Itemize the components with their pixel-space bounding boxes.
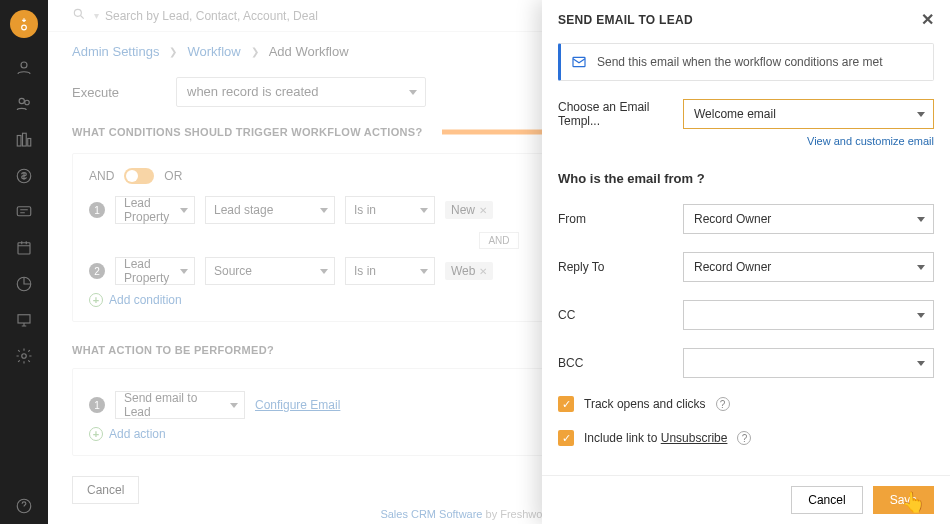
and-label: AND <box>89 169 114 183</box>
left-nav-rail <box>0 0 48 524</box>
row-number: 2 <box>89 263 105 279</box>
chevron-right-icon: ❯ <box>169 46 177 57</box>
track-label: Track opens and clicks <box>584 397 706 411</box>
drawer-cancel-button[interactable]: Cancel <box>791 486 862 514</box>
help-icon[interactable] <box>0 488 48 524</box>
svg-point-0 <box>21 62 27 68</box>
drawer-save-button[interactable]: Save <box>873 486 934 514</box>
field-select[interactable]: Lead stage <box>205 196 335 224</box>
global-search-input[interactable] <box>105 9 405 23</box>
operator-select[interactable]: Is in <box>345 257 435 285</box>
execute-value: when record is created <box>187 84 319 99</box>
template-label: Choose an Email Templ... <box>558 100 683 128</box>
value-tag[interactable]: New✕ <box>445 201 493 219</box>
svg-point-13 <box>74 9 81 16</box>
or-label: OR <box>164 169 182 183</box>
contacts-icon[interactable] <box>0 50 48 86</box>
plus-icon: + <box>89 293 103 307</box>
row-number: 1 <box>89 202 105 218</box>
configure-email-link[interactable]: Configure Email <box>255 398 340 412</box>
help-icon[interactable]: ? <box>737 431 751 445</box>
conversations-icon[interactable] <box>0 194 48 230</box>
footer-product-link[interactable]: Sales CRM Software <box>380 508 482 520</box>
breadcrumb-workflow[interactable]: Workflow <box>187 44 240 59</box>
execute-label: Execute <box>72 85 176 100</box>
cc-label: CC <box>558 308 683 322</box>
svg-point-2 <box>25 100 30 105</box>
reports-icon[interactable] <box>0 266 48 302</box>
plus-icon: + <box>89 427 103 441</box>
property-select[interactable]: Lead Property <box>115 196 195 224</box>
from-label: From <box>558 212 683 226</box>
dashboard-icon[interactable] <box>0 302 48 338</box>
dollar-icon[interactable] <box>0 158 48 194</box>
mail-icon <box>571 54 587 70</box>
settings-icon[interactable] <box>0 338 48 374</box>
chevron-right-icon: ❯ <box>251 46 259 57</box>
calendar-icon[interactable] <box>0 230 48 266</box>
and-or-toggle[interactable] <box>124 168 154 184</box>
field-select[interactable]: Source <box>205 257 335 285</box>
svg-point-11 <box>22 354 27 359</box>
tag-remove-icon[interactable]: ✕ <box>479 205 487 216</box>
template-select[interactable]: Welcome email <box>683 99 934 129</box>
unsubscribe-checkbox[interactable]: ✓ <box>558 430 574 446</box>
who-from-heading: Who is the email from ? <box>558 171 934 186</box>
view-customize-link[interactable]: View and customize email <box>807 135 934 147</box>
svg-rect-10 <box>18 315 30 323</box>
svg-point-1 <box>19 98 24 103</box>
info-banner: Send this email when the workflow condit… <box>558 43 934 81</box>
operator-select[interactable]: Is in <box>345 196 435 224</box>
svg-rect-4 <box>23 133 27 146</box>
search-icon[interactable] <box>72 7 86 24</box>
value-tag[interactable]: Web✕ <box>445 262 493 280</box>
bcc-label: BCC <box>558 356 683 370</box>
reply-to-select[interactable]: Record Owner <box>683 252 934 282</box>
svg-rect-5 <box>28 139 31 147</box>
row-number: 1 <box>89 397 105 413</box>
track-checkbox[interactable]: ✓ <box>558 396 574 412</box>
breadcrumb-current: Add Workflow <box>269 44 349 59</box>
execute-select[interactable]: when record is created <box>176 77 426 107</box>
svg-rect-7 <box>17 207 31 216</box>
and-chip: AND <box>479 232 518 249</box>
app-logo[interactable] <box>10 10 38 38</box>
reply-to-label: Reply To <box>558 260 683 274</box>
svg-rect-8 <box>18 243 30 254</box>
from-select[interactable]: Record Owner <box>683 204 934 234</box>
chevron-down-icon[interactable]: ▾ <box>94 10 99 21</box>
close-icon[interactable]: ✕ <box>921 10 934 29</box>
deals-icon[interactable] <box>0 122 48 158</box>
property-select[interactable]: Lead Property <box>115 257 195 285</box>
action-select[interactable]: Send email to Lead <box>115 391 245 419</box>
unsubscribe-label: Include link to Unsubscribe <box>584 431 727 445</box>
cancel-button[interactable]: Cancel <box>72 476 139 504</box>
svg-rect-3 <box>17 136 21 147</box>
send-email-drawer: SEND EMAIL TO LEAD ✕ Send this email whe… <box>542 0 950 524</box>
breadcrumb-admin[interactable]: Admin Settings <box>72 44 159 59</box>
drawer-title: SEND EMAIL TO LEAD <box>558 13 693 27</box>
bcc-select[interactable] <box>683 348 934 378</box>
tag-remove-icon[interactable]: ✕ <box>479 266 487 277</box>
help-icon[interactable]: ? <box>716 397 730 411</box>
cc-select[interactable] <box>683 300 934 330</box>
accounts-icon[interactable] <box>0 86 48 122</box>
